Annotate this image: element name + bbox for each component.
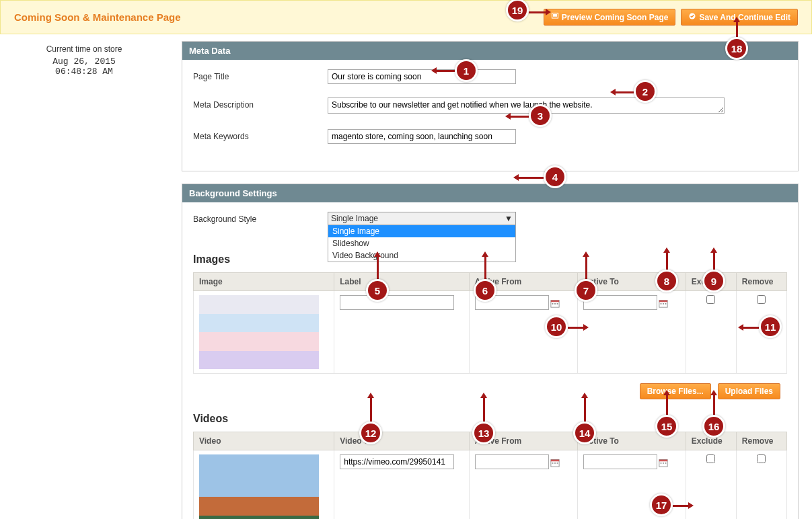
- svg-rect-19: [659, 459, 667, 461]
- browse-files-button[interactable]: Browse Files...: [640, 383, 711, 399]
- browse-files-label: Browse Files...: [647, 387, 704, 396]
- preview-icon: [551, 12, 559, 22]
- header-buttons: Preview Coming Soon Page Save And Contin…: [544, 9, 798, 26]
- image-label-input[interactable]: [340, 295, 454, 310]
- background-style-options: Single Image Slideshow Video Background: [328, 225, 516, 262]
- svg-rect-9: [659, 300, 667, 302]
- chevron-down-icon: ▼: [505, 214, 513, 223]
- meta-data-header: Meta Data: [182, 42, 798, 60]
- svg-rect-1: [553, 14, 557, 17]
- svg-rect-17: [556, 463, 558, 464]
- background-settings-header: Background Settings: [182, 184, 798, 202]
- svg-rect-21: [663, 463, 664, 464]
- check-icon: [688, 12, 696, 22]
- background-style-select[interactable]: Single Image ▼ Single Image Slideshow Vi…: [328, 212, 516, 225]
- videos-heading: Videos: [193, 413, 787, 425]
- sidebar: Current time on store Aug 26, 2015 06:48…: [0, 34, 168, 519]
- svg-rect-22: [665, 463, 666, 464]
- svg-rect-20: [660, 463, 661, 464]
- col-active-from: Active From: [469, 273, 577, 291]
- meta-desc-input[interactable]: Subscribe to our newsletter and get noti…: [328, 97, 725, 114]
- videos-table: Video Video Url Active From Active To Ex…: [193, 432, 787, 519]
- image-active-to-input[interactable]: [583, 295, 657, 310]
- svg-rect-5: [552, 303, 553, 305]
- image-row: [194, 291, 787, 374]
- svg-rect-11: [663, 303, 664, 305]
- col-remove: Remove: [736, 273, 786, 291]
- calendar-icon[interactable]: [659, 458, 668, 467]
- page-title-label: Page Title: [193, 69, 328, 81]
- svg-rect-14: [551, 459, 559, 461]
- svg-rect-10: [660, 303, 661, 305]
- main-content: Meta Data Page Title Meta Description Su…: [168, 34, 812, 519]
- col-video-url: Video Url: [334, 432, 470, 450]
- images-table: Image Label Active From Active To Exclud…: [193, 272, 787, 374]
- col-v-active-from: Active From: [469, 432, 577, 450]
- col-v-exclude: Exclude: [686, 432, 736, 450]
- col-v-active-to: Active To: [577, 432, 686, 450]
- background-style-selected: Single Image: [331, 214, 378, 223]
- background-style-label: Background Style: [193, 212, 328, 224]
- svg-rect-6: [554, 303, 556, 305]
- store-time-label: Current time on store: [13, 44, 155, 54]
- store-time: 06:48:28 AM: [13, 67, 155, 77]
- preview-label: Preview Coming Soon Page: [562, 13, 669, 22]
- background-settings-section: Background Settings Background Style Sin…: [182, 184, 799, 519]
- store-date: Aug 26, 2015: [13, 56, 155, 67]
- upload-files-button[interactable]: Upload Files: [718, 383, 780, 399]
- meta-keywords-input[interactable]: [328, 129, 516, 144]
- save-button[interactable]: Save And Continue Edit: [681, 9, 798, 26]
- image-remove-checkbox[interactable]: [757, 295, 766, 304]
- image-exclude-checkbox[interactable]: [706, 295, 715, 304]
- col-image: Image: [194, 273, 334, 291]
- header-bar: Coming Soon & Maintenance Page Preview C…: [0, 0, 812, 34]
- upload-files-label: Upload Files: [725, 387, 773, 396]
- option-single-image[interactable]: Single Image: [328, 225, 515, 237]
- video-remove-checkbox[interactable]: [757, 454, 766, 463]
- calendar-icon[interactable]: [550, 458, 560, 467]
- svg-rect-15: [552, 463, 553, 464]
- col-v-remove: Remove: [736, 432, 786, 450]
- calendar-icon[interactable]: [550, 298, 560, 308]
- video-active-to-input[interactable]: [583, 454, 657, 469]
- option-video-background[interactable]: Video Background: [328, 249, 515, 262]
- arrow: [515, 177, 544, 179]
- page-title-input[interactable]: [328, 69, 516, 84]
- video-thumbnail[interactable]: [199, 454, 319, 519]
- image-active-from-input[interactable]: [475, 295, 549, 310]
- video-exclude-checkbox[interactable]: [706, 454, 715, 463]
- calendar-icon[interactable]: [659, 298, 668, 308]
- video-active-from-input[interactable]: [475, 454, 549, 469]
- svg-rect-7: [556, 303, 558, 305]
- meta-keywords-label: Meta Keywords: [193, 129, 328, 141]
- video-row: [194, 450, 787, 520]
- col-active-to: Active To: [577, 273, 686, 291]
- image-thumbnail[interactable]: [199, 295, 319, 369]
- svg-rect-12: [665, 303, 666, 305]
- meta-data-section: Meta Data Page Title Meta Description Su…: [182, 41, 799, 171]
- col-exclude: Exclude: [686, 273, 736, 291]
- meta-desc-label: Meta Description: [193, 97, 328, 110]
- svg-rect-4: [551, 300, 559, 302]
- col-label: Label: [334, 273, 470, 291]
- col-video: Video: [194, 432, 334, 450]
- svg-rect-16: [554, 463, 556, 464]
- preview-button[interactable]: Preview Coming Soon Page: [544, 9, 676, 26]
- video-url-input[interactable]: [340, 454, 454, 469]
- option-slideshow[interactable]: Slideshow: [328, 237, 515, 249]
- page-title: Coming Soon & Maintenance Page: [14, 11, 181, 23]
- save-label: Save And Continue Edit: [699, 13, 790, 22]
